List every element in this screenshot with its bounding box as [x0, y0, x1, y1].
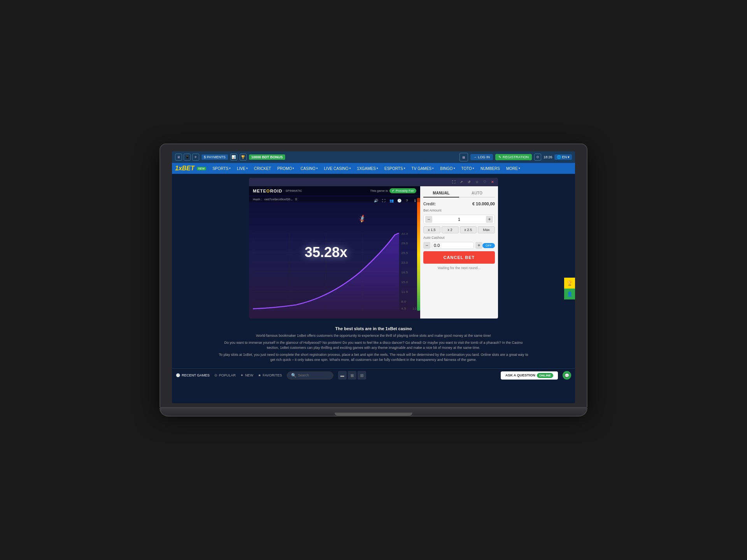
- description-paragraph-2: Do you want to immerse yourself in the g…: [218, 340, 529, 351]
- nav-casino[interactable]: CASINO ▾: [297, 164, 321, 173]
- laptop-base: [160, 408, 587, 416]
- nav-promo[interactable]: PROMO ▾: [274, 164, 298, 173]
- nav-toto[interactable]: TOTO ▾: [458, 164, 477, 173]
- bet-input-field[interactable]: [434, 217, 484, 222]
- nav-cricket[interactable]: CRICKET: [251, 164, 274, 173]
- view-grid-large-button[interactable]: ⊟: [358, 371, 366, 380]
- users-icon[interactable]: 👥: [388, 198, 395, 204]
- qr-button[interactable]: ▦: [459, 153, 468, 161]
- payments-label: $ PAYMENTS: [204, 155, 226, 159]
- register-button[interactable]: ✎ REGISTRATION: [495, 154, 532, 160]
- volume-icon[interactable]: 🔊: [373, 198, 379, 204]
- nav-more[interactable]: MORE ▾: [503, 164, 523, 173]
- close-game-button[interactable]: ✕: [489, 179, 496, 185]
- telegram-icon[interactable]: ✈: [192, 154, 199, 161]
- svg-text:11.5: 11.5: [401, 290, 408, 294]
- device-icons: 🖥 📱 ✈: [175, 154, 199, 161]
- main-nav: 1xBET NEW SPORTS ▾ LIVE ▾ CRICKET PROMO …: [172, 163, 575, 174]
- provider-label: SPINMATIC: [286, 189, 302, 192]
- provably-fair: This game is ✔ Provably Fair: [370, 188, 416, 193]
- person-side-button[interactable]: 👤: [564, 289, 575, 299]
- view-buttons: ▬ ⊞ ⊟: [338, 371, 366, 380]
- star-small-icon: ★: [258, 373, 261, 377]
- settings-icon[interactable]: ⚙: [534, 154, 541, 161]
- chat-icon[interactable]: 💬: [563, 371, 571, 380]
- favorites-tab[interactable]: ★ FAVORITES: [258, 373, 282, 377]
- cashout-decrease-button[interactable]: −: [423, 242, 430, 249]
- cancel-bet-button[interactable]: CANCEL BET: [423, 251, 495, 264]
- nav-esports[interactable]: ESPORTS ▾: [381, 164, 409, 173]
- mult-2-button[interactable]: x 2: [442, 226, 459, 233]
- bonus-badge[interactable]: 10000 BDT BONUS: [249, 154, 285, 160]
- tab-auto[interactable]: AUTO: [459, 189, 495, 197]
- resize-icon[interactable]: ⛶: [451, 179, 457, 185]
- nav-bingo[interactable]: BINGO ▾: [437, 164, 458, 173]
- mult-max-button[interactable]: Max: [478, 226, 495, 233]
- multiplier-buttons: x 1.5 x 2 x 2.5 Max: [423, 226, 495, 233]
- svg-text:22.0: 22.0: [401, 261, 408, 264]
- laptop-screen: 🖥 📱 ✈ $ PAYMENTS 📊 🏆 10000 BDT BONUS ▦ →: [172, 151, 575, 403]
- auto-cashout-row: − 0.0 + OFF: [423, 242, 495, 249]
- search-input[interactable]: [298, 373, 329, 377]
- help-icon[interactable]: ?: [404, 198, 410, 204]
- bet-increase-button[interactable]: +: [486, 216, 493, 223]
- game-content: METEOROID SPINMATIC This game is ✔ Prova…: [249, 186, 498, 318]
- view-grid-small-button[interactable]: ⊞: [348, 371, 356, 380]
- fullscreen-icon[interactable]: ⛶: [381, 198, 387, 204]
- nav-1xgames[interactable]: 1XGAMES ▾: [354, 164, 381, 173]
- view-list-button[interactable]: ▬: [338, 371, 347, 380]
- nav-live[interactable]: LIVE ▾: [234, 164, 251, 173]
- rocket-icon: 🚀: [358, 214, 366, 223]
- trophy-side-button[interactable]: 🏆: [564, 278, 575, 289]
- ask-question-button[interactable]: ASK A QUESTION ONLINE: [501, 371, 558, 380]
- payments-button[interactable]: $ PAYMENTS: [202, 154, 228, 160]
- stats-icon[interactable]: 📊: [230, 154, 237, 161]
- tab-manual[interactable]: MANUAL: [423, 189, 459, 198]
- mult-2-5-button[interactable]: x 2.5: [460, 226, 477, 233]
- color-bar: [417, 198, 420, 311]
- nav-live-casino[interactable]: LIVE CASINO ▾: [321, 164, 354, 173]
- nav-items: SPORTS ▾ LIVE ▾ CRICKET PROMO ▾ CASINO ▾…: [209, 164, 523, 173]
- nav-tv-games[interactable]: TV GAMES ▾: [409, 164, 437, 173]
- nav-numbers[interactable]: NUMBERS: [477, 164, 503, 173]
- new-icon: ✦: [240, 373, 244, 377]
- login-button[interactable]: → LOG IN: [470, 154, 493, 160]
- clock-small-icon: 🕐: [176, 373, 180, 377]
- star-icon[interactable]: ☆: [474, 179, 480, 185]
- copy-icon[interactable]: ⎘: [295, 198, 297, 201]
- clock-icon[interactable]: 🕐: [396, 198, 402, 204]
- main-content: ⛶ ↗ ↺ ☆ ♡ ✕: [172, 174, 575, 403]
- refresh-icon[interactable]: ↺: [466, 179, 472, 185]
- side-buttons: 🏆 👤: [564, 278, 575, 299]
- popular-tab[interactable]: ⊙ POPULAR: [214, 373, 236, 377]
- external-link-icon[interactable]: ↗: [458, 179, 465, 185]
- cashout-toggle[interactable]: OFF: [482, 243, 495, 248]
- info-icon[interactable]: ℹ: [412, 198, 418, 204]
- site-logo[interactable]: 1xBET: [175, 165, 195, 172]
- nav-sports[interactable]: SPORTS ▾: [209, 164, 234, 173]
- cashout-value: 0.0: [434, 243, 440, 248]
- game-controls-top: 🔊 ⛶ 👥 🕐 ? ℹ: [370, 196, 420, 205]
- desktop-icon[interactable]: 🖥: [175, 154, 182, 161]
- mult-1-5-button[interactable]: x 1.5: [423, 226, 440, 233]
- svg-text:25.5: 25.5: [401, 251, 408, 255]
- trophy-icon[interactable]: 🏆: [240, 154, 247, 161]
- bet-decrease-button[interactable]: −: [425, 216, 432, 223]
- screen-bezel: 🖥 📱 ✈ $ PAYMENTS 📊 🏆 10000 BDT BONUS ▦ →: [160, 144, 587, 408]
- time-display: 18:26: [544, 155, 552, 159]
- description-area: The best slots are in the 1xBet casino W…: [172, 322, 575, 368]
- svg-text:29.0: 29.0: [401, 242, 408, 245]
- y-label-bottom: 1.0: [412, 307, 416, 310]
- mobile-icon[interactable]: 📱: [184, 154, 191, 161]
- fire-icon: ⊙: [214, 373, 217, 377]
- bottom-bar: 🕐 RECENT GAMES ⊙ POPULAR ✦ NEW ★: [172, 368, 575, 382]
- language-button[interactable]: 🌐 EN ▾: [554, 154, 572, 160]
- credit-row: Credit: € 10.000,00: [423, 201, 495, 206]
- recent-games-tab[interactable]: 🕐 RECENT GAMES: [176, 373, 210, 377]
- cashout-increase-button[interactable]: +: [475, 242, 482, 249]
- game-toolbar: ⛶ ↗ ↺ ☆ ♡ ✕: [249, 178, 498, 186]
- heart-icon[interactable]: ♡: [482, 179, 488, 185]
- search-box: 🔍: [287, 371, 333, 380]
- description-title: The best slots are in the 1xBet casino: [195, 326, 552, 331]
- new-tab[interactable]: ✦ NEW: [240, 373, 253, 377]
